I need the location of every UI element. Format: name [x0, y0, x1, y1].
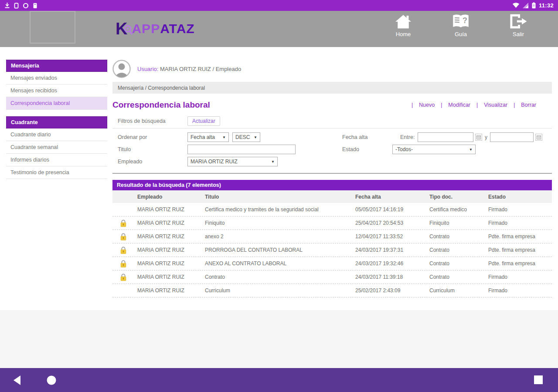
clock: 11:32: [539, 2, 554, 9]
nuevo-link[interactable]: Nuevo: [419, 102, 435, 108]
sort-field-select[interactable]: Fecha alta ▼: [187, 132, 229, 142]
fecha-alta-label: Fecha alta: [342, 134, 367, 140]
sidebar-header-mensajeria: Mensajería: [6, 60, 107, 72]
row-titulo: anexo 2: [205, 233, 355, 240]
lock-icon: [119, 233, 127, 241]
row-tipo-doc: Contrato: [429, 233, 488, 240]
row-fecha-alta: 12/04/2017 11:33:52: [355, 233, 429, 240]
fecha-hasta-input[interactable]: [490, 132, 534, 142]
results-table-body: MARIA ORTIZ RUIZ Certifica medico y tram…: [112, 203, 552, 297]
borrar-link[interactable]: Borrar: [521, 102, 536, 108]
sort-dir-value: DESC: [235, 134, 250, 140]
col-empleado: Empleado: [137, 194, 205, 200]
sidebar: Mensajería Mensajes enviados Mensajes re…: [6, 60, 107, 186]
lock-icon: [119, 260, 127, 268]
sidebar-item-cuadrante-diario[interactable]: Cuadrante diario: [6, 128, 107, 141]
row-titulo: Certifica medico y tramites de la seguri…: [205, 206, 355, 213]
calendar-button-hasta[interactable]: [535, 134, 542, 141]
user-prefix-link[interactable]: Usuario:: [137, 66, 158, 72]
home-button[interactable]: Home: [385, 14, 421, 37]
actualizar-button[interactable]: Actualizar: [187, 116, 220, 126]
breadcrumb: Mensajería / Correspondencia laboral: [112, 82, 552, 94]
titulo-label: Titulo: [118, 146, 131, 152]
main-content: Usuario: MARIA ORTIZ RUIZ / Empleado Men…: [112, 60, 552, 297]
col-tipo-doc: Tipo doc.: [429, 194, 488, 200]
table-row[interactable]: MARIA ORTIZ RUIZ PRORROGA DEL CONTRATO L…: [112, 243, 552, 257]
lock-cell: [112, 287, 137, 295]
row-empleado: MARIA ORTIZ RUIZ: [137, 247, 205, 253]
lock-cell: [112, 219, 137, 227]
guia-button[interactable]: ? Guía: [443, 14, 479, 37]
lock-cell: [112, 206, 137, 214]
back-icon[interactable]: [12, 375, 22, 385]
row-fecha-alta: 05/05/2017 14:16:19: [355, 206, 429, 213]
status-bar: 11:32: [0, 0, 558, 11]
action-separator: |: [441, 102, 442, 108]
table-row[interactable]: MARIA ORTIZ RUIZ Contrato 24/03/2017 11:…: [112, 270, 552, 284]
row-empleado: MARIA ORTIZ RUIZ: [137, 206, 205, 213]
sidebar-item-mensajes-enviados[interactable]: Mensajes enviados: [6, 72, 107, 84]
col-fecha-alta: Fecha alta: [355, 194, 429, 200]
download-icon: [4, 2, 10, 9]
home-label: Home: [396, 31, 411, 37]
sim-icon: [14, 3, 19, 9]
sidebar-item-informes-diarios[interactable]: Informes diarios: [6, 154, 107, 166]
sidebar-section-cuadrante: Cuadrante Cuadrante diario Cuadrante sem…: [6, 116, 107, 179]
col-titulo: Titulo: [205, 194, 355, 200]
sidebar-item-testimonio-de-presencia[interactable]: Testimonio de presencia: [6, 166, 107, 179]
row-fecha-alta: 25/02/2017 2:43:09: [355, 287, 429, 294]
row-tipo-doc: Certifica medico: [429, 206, 488, 213]
filter-row-ordenar: Ordenar por Fecha alta ▼ DESC ▼ Fecha al…: [112, 132, 552, 144]
modificar-link[interactable]: Modificar: [448, 102, 470, 108]
ordenar-por-label: Ordenar por: [118, 134, 147, 140]
table-row[interactable]: MARIA ORTIZ RUIZ ANEXO AL CONTRATO LABOR…: [112, 257, 552, 270]
filters-form: Ordenar por Fecha alta ▼ DESC ▼ Fecha al…: [112, 132, 552, 169]
titulo-input[interactable]: [187, 145, 296, 154]
chevron-down-icon: ▼: [222, 135, 226, 139]
table-row[interactable]: MARIA ORTIZ RUIZ Finiquito 25/04/2017 20…: [112, 216, 552, 230]
lock-cell: [112, 273, 137, 281]
fecha-desde-input[interactable]: [418, 132, 473, 142]
estado-select[interactable]: -Todos- ▼: [392, 145, 476, 154]
sidebar-section-mensajeria: Mensajería Mensajes enviados Mensajes re…: [6, 60, 107, 110]
row-estado: Firmado: [488, 220, 552, 226]
row-empleado: MARIA ORTIZ RUIZ: [137, 287, 205, 294]
app-header: K APP ATAZ Home ? Guía: [0, 11, 558, 47]
avatar: [112, 60, 131, 78]
row-tipo-doc: Curriculum: [429, 287, 488, 294]
row-titulo: Contrato: [205, 274, 355, 280]
row-tipo-doc: Finiquito: [429, 220, 488, 226]
row-empleado: MARIA ORTIZ RUIZ: [137, 260, 205, 267]
user-info: Usuario: MARIA ORTIZ RUIZ / Empleado: [137, 66, 241, 72]
filter-row-empleado: Empleado MARIA ORTIZ RUIZ ▼: [112, 156, 552, 169]
recents-icon[interactable]: [534, 375, 543, 385]
visualizar-link[interactable]: Visualizar: [484, 102, 507, 108]
guia-label: Guía: [455, 31, 467, 37]
user-row: Usuario: MARIA ORTIZ RUIZ / Empleado: [112, 60, 552, 78]
lock-icon: [119, 273, 127, 281]
estado-value: -Todos-: [395, 146, 413, 152]
table-row[interactable]: MARIA ORTIZ RUIZ Certifica medico y tram…: [112, 203, 552, 216]
sidebar-item-mensajes-recibidos[interactable]: Mensajes recibidos: [6, 84, 107, 97]
status-left-icons: [4, 2, 37, 9]
row-estado: Firmado: [488, 287, 552, 294]
action-separator: |: [476, 102, 478, 108]
sort-dir-select[interactable]: DESC ▼: [232, 132, 260, 142]
lock-cell: [112, 233, 137, 241]
row-estado: Firmado: [488, 206, 552, 213]
logo-text-app: APP: [132, 22, 160, 35]
calendar-button-desde[interactable]: [475, 134, 482, 141]
wifi-icon: [512, 3, 520, 8]
empleado-value: MARIA ORTIZ RUIZ: [191, 159, 238, 165]
sidebar-item-cuadrante-semanal[interactable]: Cuadrante semanal: [6, 141, 107, 154]
table-row[interactable]: MARIA ORTIZ RUIZ anexo 2 12/04/2017 11:3…: [112, 230, 552, 243]
home-circle-icon[interactable]: [46, 375, 57, 385]
empleado-select[interactable]: MARIA ORTIZ RUIZ ▼: [187, 157, 278, 166]
row-titulo: Finiquito: [205, 220, 355, 226]
lock-cell: [112, 260, 137, 268]
sidebar-item-correspondencia-laboral[interactable]: Correspondencia laboral: [6, 97, 107, 110]
salir-button[interactable]: Salir: [500, 14, 536, 37]
table-row[interactable]: MARIA ORTIZ RUIZ Curriculum 25/02/2017 2…: [112, 284, 552, 297]
salir-label: Salir: [513, 31, 524, 37]
section-divider: [112, 173, 552, 174]
